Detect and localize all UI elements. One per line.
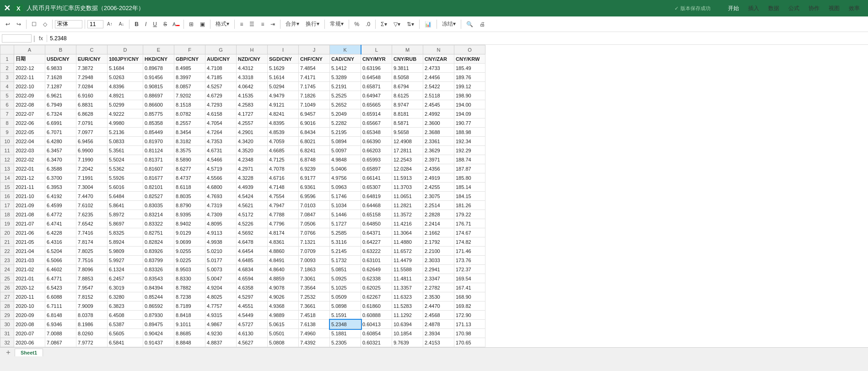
cell-F16[interactable]: 8.8035 [174,192,205,201]
cell-M5[interactable]: 8.6125 [392,91,423,100]
cell-F9[interactable]: 8.3454 [174,128,205,137]
cell-N11[interactable]: 2.3629 [423,146,454,155]
cell-E19[interactable]: 0.83322 [143,219,174,228]
cell-C6[interactable]: 6.8831 [76,100,108,109]
strikethrough-btn[interactable]: S [161,20,170,28]
menu-item-数据[interactable]: 数据 [764,3,784,14]
cell-C21[interactable]: 7.8174 [76,237,108,247]
cell-L7[interactable]: 0.65914 [361,109,392,118]
cell-E20[interactable]: 0.82751 [143,228,174,237]
cell-F14[interactable]: 8.4737 [174,173,205,183]
cell-H18[interactable]: 4.5172 [237,210,268,219]
cell-H12[interactable]: 4.2348 [237,155,268,164]
find-btn[interactable]: 🔍 [464,20,476,28]
cell-N26[interactable]: 2.2782 [423,283,454,292]
cell-M3[interactable]: 8.5058 [392,73,423,82]
cell-N24[interactable]: 2.2941 [423,265,454,274]
cell-E22[interactable]: 0.83926 [143,247,174,256]
cell-K6[interactable]: 5.2652 [330,100,361,109]
cell-C26[interactable]: 7.9547 [76,283,108,292]
cell-O19[interactable]: 176.71 [454,219,485,228]
cell-H29[interactable]: 4.5449 [237,311,268,320]
cell-I31[interactable]: 5.0501 [268,329,299,338]
cell-B25[interactable]: 6.4771 [45,274,76,283]
cell-D15[interactable]: 5.6016 [108,183,143,192]
cell-H17[interactable]: 4.5621 [237,201,268,210]
cell-G9[interactable]: 4.7264 [205,128,237,137]
cell-K10[interactable]: 5.0894 [330,137,361,146]
cell-A19[interactable]: 2021-07 [14,219,45,228]
cell-C19[interactable]: 7.6542 [76,219,108,228]
cell-C13[interactable]: 7.2042 [76,164,108,173]
sheet-tab-1[interactable]: Sheet1 [15,349,43,356]
font-size-up[interactable]: A↑ [104,21,115,27]
italic-btn[interactable]: I [142,20,149,28]
cell-L5[interactable]: 0.64947 [361,91,392,100]
cell-J25[interactable]: 7.3061 [299,274,330,283]
cell-L21[interactable]: 0.64227 [361,237,392,247]
cell-G14[interactable]: 4.5566 [205,173,237,183]
cell-B8[interactable]: 6.6991 [45,118,76,128]
cell-F11[interactable]: 8.3575 [174,146,205,155]
cell-C3[interactable]: 7.2948 [76,73,108,82]
cell-E29[interactable]: 0.87930 [143,311,174,320]
format-btn[interactable]: 格式▾ [213,19,232,29]
col-header-H[interactable]: H [237,45,268,54]
cell-C15[interactable]: 7.3004 [76,183,108,192]
cell-H16[interactable]: 4.5424 [237,192,268,201]
cell-C25[interactable]: 7.8853 [76,274,108,283]
cell-M10[interactable]: 12.4908 [392,137,423,146]
cell-G25[interactable]: 5.0047 [205,274,237,283]
cell-D20[interactable]: 5.8325 [108,228,143,237]
cell-H4[interactable]: 4.0642 [237,82,268,91]
cell-J16[interactable]: 6.9596 [299,192,330,201]
cell-J23[interactable]: 7.0093 [299,256,330,265]
cell-C16[interactable]: 7.4470 [76,192,108,201]
cell-I18[interactable]: 4.7788 [268,210,299,219]
cell-A3[interactable]: 2022-11 [14,73,45,82]
cell-G20[interactable]: 4.9113 [205,228,237,237]
cell-F13[interactable]: 8.6277 [174,164,205,173]
cell-D2[interactable]: 5.1684 [108,64,143,73]
cell-H3[interactable]: 4.3318 [237,73,268,82]
cell-A31[interactable]: 2020-07 [14,329,45,338]
cell-F28[interactable]: 8.7189 [174,301,205,311]
col-header-I[interactable]: I [268,45,299,54]
redo-btn[interactable]: ↪ [14,20,24,28]
cell-E17[interactable]: 0.83035 [143,201,174,210]
cell-B2[interactable]: 6.9833 [45,64,76,73]
cell-B7[interactable]: 6.7324 [45,109,76,118]
cell-J24[interactable]: 7.1863 [299,265,330,274]
cell-A28[interactable]: 2020-10 [14,301,45,311]
cell-D16[interactable]: 5.6484 [108,192,143,201]
cell-A21[interactable]: 2021-05 [14,237,45,247]
cell-D14[interactable]: 5.5926 [108,173,143,183]
cell-E5[interactable]: 0.88697 [143,91,174,100]
cell-B14[interactable]: 6.3700 [45,173,76,183]
cell-K2[interactable]: 5.1412 [330,64,361,73]
cell-I17[interactable]: 4.7947 [268,201,299,210]
cell-F27[interactable]: 8.7238 [174,292,205,301]
cell-G19[interactable]: 4.8095 [205,219,237,228]
align-right-btn[interactable]: ≡ [258,20,267,28]
cell-N13[interactable]: 2.4356 [423,164,454,173]
font-selector[interactable] [55,20,82,28]
cell-N29[interactable]: 2.4568 [423,311,454,320]
cell-H24[interactable]: 4.6834 [237,265,268,274]
cell-A30[interactable]: 2020-08 [14,320,45,329]
col-header-E[interactable]: E [143,45,174,54]
cell-H31[interactable]: 4.6130 [237,329,268,338]
cell-O12[interactable]: 188.74 [454,155,485,164]
cell-J29[interactable]: 7.4518 [299,311,330,320]
sum-btn[interactable]: Σ▾ [378,20,389,28]
cell-E28[interactable]: 0.86592 [143,301,174,311]
cell-O20[interactable]: 174.67 [454,228,485,237]
cell-N27[interactable]: 2.3530 [423,292,454,301]
cell-L31[interactable]: 0.60854 [361,329,392,338]
cell-ref-input[interactable]: K30 [2,34,32,43]
cell-N12[interactable]: 2.3971 [423,155,454,164]
cell-E24[interactable]: 0.83326 [143,265,174,274]
cell-D29[interactable]: 6.4508 [108,311,143,320]
cell-B31[interactable]: 7.0088 [45,329,76,338]
cell-O25[interactable]: 169.54 [454,274,485,283]
